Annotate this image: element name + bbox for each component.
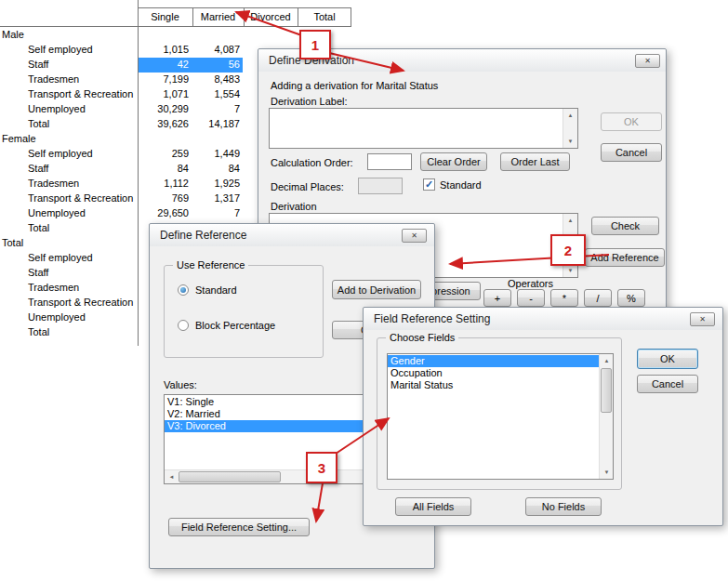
operator-button[interactable]: % xyxy=(617,289,645,307)
derivation-intro-text: Adding a derivation for Marital Status xyxy=(271,80,438,91)
textarea-scrollbar[interactable]: ▲ ▼ xyxy=(563,109,577,148)
row-label: Self employed xyxy=(28,44,93,55)
cancel-button[interactable]: Cancel xyxy=(637,375,698,393)
check-button[interactable]: Check xyxy=(591,217,659,235)
field-reference-setting-titlebar[interactable]: Field Reference Setting ✕ xyxy=(364,308,722,330)
row-label: Self employed xyxy=(28,252,93,263)
order-last-button[interactable]: Order Last xyxy=(500,152,570,171)
table-cell[interactable]: 259 xyxy=(138,148,189,159)
standard-checkbox-label: Standard xyxy=(440,179,482,191)
step-3-marker: 3 xyxy=(306,452,338,483)
table-gridline-top xyxy=(138,7,351,8)
standard-radio-label: Standard xyxy=(195,284,237,296)
scroll-up-icon[interactable]: ▲ xyxy=(563,109,577,122)
row-label: Total xyxy=(28,118,49,129)
scrollbar-thumb[interactable] xyxy=(601,368,612,413)
fields-listbox[interactable]: GenderOccupationMarital Status ▲ ▼ xyxy=(387,353,614,480)
field-list-item[interactable]: Marital Status xyxy=(388,379,599,391)
table-cell[interactable]: 8,483 xyxy=(192,73,240,85)
close-icon: ✕ xyxy=(644,57,651,65)
field-reference-setting-button[interactable]: Field Reference Setting... xyxy=(168,518,310,536)
table-cell[interactable]: 1,015 xyxy=(138,44,189,55)
close-button[interactable]: ✕ xyxy=(635,54,660,68)
ok-button[interactable]: OK xyxy=(601,112,662,131)
clear-order-button[interactable]: Clear Order xyxy=(420,152,487,171)
cancel-button[interactable]: Cancel xyxy=(601,143,662,162)
derivation-label-textarea[interactable]: ▲ ▼ xyxy=(269,108,578,149)
choose-fields-group: Choose Fields GenderOccupationMarital St… xyxy=(377,337,622,490)
table-cell[interactable]: 30,299 xyxy=(138,103,189,114)
scroll-up-icon[interactable]: ▲ xyxy=(563,214,577,227)
table-cell[interactable]: 1,112 xyxy=(138,178,189,189)
table-cell[interactable]: 84 xyxy=(138,163,189,174)
check-icon: ✓ xyxy=(425,178,433,190)
ok-button[interactable]: OK xyxy=(637,349,698,369)
field-reference-setting-title: Field Reference Setting xyxy=(374,312,490,325)
close-button[interactable]: ✕ xyxy=(690,312,715,326)
table-cell[interactable]: 29,650 xyxy=(138,207,189,218)
table-cell[interactable]: 84 xyxy=(192,163,240,174)
operator-button[interactable]: - xyxy=(517,289,545,307)
step-1-marker: 1 xyxy=(299,30,331,59)
row-label: Transport & Recreation xyxy=(28,88,133,99)
decimal-places-label: Decimal Places: xyxy=(271,181,344,192)
add-reference-button[interactable]: Add Reference xyxy=(585,248,665,267)
row-label: Staff xyxy=(28,267,48,278)
table-cell[interactable]: 42 xyxy=(138,59,189,70)
add-to-derivation-button[interactable]: Add to Derivation xyxy=(332,280,421,299)
vertical-scrollbar[interactable]: ▲ ▼ xyxy=(599,354,613,479)
all-fields-button[interactable]: All Fields xyxy=(395,497,471,516)
column-header-married[interactable]: Married xyxy=(192,9,244,24)
standard-radio[interactable] xyxy=(178,284,189,296)
row-label: Male xyxy=(2,29,24,40)
table-cell[interactable]: 7 xyxy=(192,103,240,114)
field-reference-setting-dialog: Field Reference Setting ✕ Choose Fields … xyxy=(363,307,723,526)
row-label: Tradesmen xyxy=(28,178,79,189)
standard-checkbox[interactable]: ✓ xyxy=(423,178,435,191)
decimal-places-input[interactable] xyxy=(358,178,403,194)
row-label: Self employed xyxy=(28,148,93,159)
scrollbar-thumb[interactable] xyxy=(179,471,281,482)
row-label: Tradesmen xyxy=(28,282,79,293)
table-cell[interactable]: 769 xyxy=(138,192,189,204)
field-list-item[interactable]: Occupation xyxy=(388,367,599,379)
block-percentage-radio[interactable] xyxy=(178,320,189,331)
table-cell[interactable]: 1,449 xyxy=(192,148,240,159)
table-cell[interactable]: 1,554 xyxy=(192,88,240,99)
operator-button[interactable]: + xyxy=(483,289,511,307)
operators-label: Operators xyxy=(508,278,553,289)
table-cell[interactable]: 14,187 xyxy=(192,118,240,129)
radio-dot-icon xyxy=(180,287,186,293)
column-header-single[interactable]: Single xyxy=(138,9,192,24)
table-cell[interactable]: 7 xyxy=(192,207,240,218)
table-cell[interactable]: 1,317 xyxy=(192,192,240,204)
operator-button[interactable]: * xyxy=(550,289,578,307)
table-cell[interactable]: 1,071 xyxy=(138,88,189,99)
scroll-down-icon[interactable]: ▼ xyxy=(600,466,614,479)
table-cell[interactable]: 7,199 xyxy=(138,73,189,85)
row-label: Tradesmen xyxy=(28,73,79,85)
choose-fields-label: Choose Fields xyxy=(386,332,458,343)
no-fields-button[interactable]: No Fields xyxy=(525,497,602,516)
close-button[interactable]: ✕ xyxy=(402,229,427,243)
scroll-up-icon[interactable]: ▲ xyxy=(600,354,614,367)
row-label: Transport & Recreation xyxy=(28,297,133,308)
column-header-divorced[interactable]: Divorced xyxy=(244,9,298,24)
row-label: Total xyxy=(2,237,23,248)
scroll-left-icon[interactable]: ◄ xyxy=(165,470,179,483)
operator-button[interactable]: / xyxy=(584,289,612,307)
close-icon: ✕ xyxy=(699,315,706,324)
calculation-order-input[interactable] xyxy=(367,153,412,170)
table-cell[interactable]: 4,087 xyxy=(192,44,240,55)
row-label: Staff xyxy=(28,59,48,70)
field-list-item[interactable]: Gender xyxy=(388,355,599,367)
define-reference-titlebar[interactable]: Define Reference ✕ xyxy=(150,224,434,246)
table-cell[interactable]: 39,626 xyxy=(138,118,189,129)
column-header-total[interactable]: Total xyxy=(298,9,351,24)
table-cell[interactable]: 1,925 xyxy=(192,178,240,189)
scroll-down-icon[interactable]: ▼ xyxy=(563,264,577,277)
row-label: Female xyxy=(2,133,36,144)
row-label: Unemployed xyxy=(28,103,86,114)
table-cell[interactable]: 56 xyxy=(192,59,240,70)
scroll-down-icon[interactable]: ▼ xyxy=(563,135,577,148)
